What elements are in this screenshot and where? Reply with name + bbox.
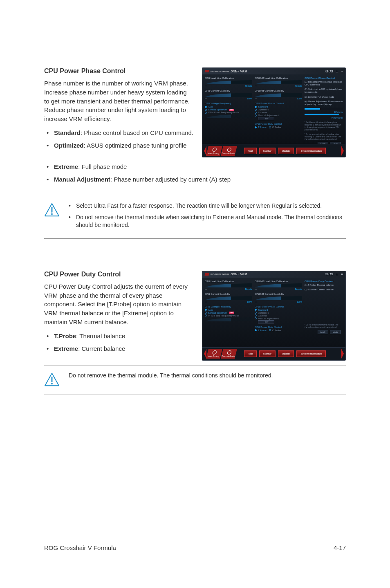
label-cpu-phase: CPU Power Phase Control [255, 305, 302, 308]
note-item: Do not remove the thermal module when sw… [69, 213, 343, 229]
minimize-icon[interactable]: ⊥ [336, 272, 338, 276]
right-item-4: (4) Manual Adjustment: Phase number adju… [305, 100, 343, 106]
radio-vrm-fixed[interactable]: VRM Fixed Frequency Mode [205, 314, 252, 317]
svg-point-5 [51, 383, 53, 384]
slider-val-reg2: Regular [295, 85, 302, 87]
right-item-3: (3) Extreme: Full phase mode [305, 96, 343, 99]
label-cpu-load: CPU Load Line Calibration [205, 280, 252, 283]
note-box-2: Do not remove the thermal module. The th… [44, 366, 346, 395]
label-cpu-phase: CPU Power Phase Control [255, 102, 302, 105]
note-box-1: Select Ultra Fast for a faster response.… [44, 196, 346, 239]
app-title: DIGI+ VRM [231, 273, 247, 276]
brand-text: /SUS [325, 70, 334, 73]
footer-bar: Auto Tuning Thermal Radar Tool Monitor U… [202, 144, 345, 157]
slider-cpu-current[interactable] [205, 93, 252, 97]
nav-right-icon[interactable] [341, 146, 344, 156]
radio-vrm-fixed[interactable]: VRM Fixed Frequency Mode [205, 111, 252, 114]
slider-val-100b: 100% [297, 97, 302, 100]
slider-val-regular: Regular [245, 85, 252, 87]
radio-extreme[interactable]: Extreme [255, 111, 302, 114]
radio-optimized[interactable]: Optimized [255, 312, 302, 314]
dropdown-fast[interactable]: Fast ▾ [258, 320, 274, 323]
right-footnote: * Do not remove the thermal module. The … [305, 324, 343, 329]
right-item-1: (1) Standard: Phase control based on CPU… [305, 81, 343, 86]
list-item: T.Probe: Thermal balance [54, 332, 346, 340]
slider-cpu-current[interactable] [205, 296, 252, 300]
radio-tprobe[interactable]: T.Probe [255, 126, 267, 128]
monitor-button[interactable]: Monitor [259, 148, 276, 154]
radio-auto[interactable]: Auto [205, 105, 252, 108]
update-button[interactable]: Update [278, 148, 294, 154]
label-cpu-duty: CPU Power Duty Control [255, 123, 302, 125]
label-cpunb-load: CPU/NB Load Line Calibration [255, 77, 302, 79]
right-item-1: (1) T.Probe: Thermal balance [305, 284, 343, 287]
tab-auto-tuning[interactable]: Auto Tuning [206, 146, 222, 156]
toggle-spread[interactable]: OFF [229, 312, 234, 314]
window-controls: /SUS ⊥ × [325, 272, 343, 276]
section2-intro: CPU Power Duty Control adjusts the curre… [44, 282, 191, 327]
radio-cprobe[interactable]: C.Probe [269, 126, 281, 128]
close-icon[interactable]: × [341, 70, 343, 73]
label-cpu-current: CPU Current Capability [205, 293, 252, 295]
label-cpu-voltage: CPU Voltage Frequency [205, 305, 252, 308]
titlebar: REPUBLIC OF GAMERS DIGI+ VRM /SUS ⊥ × [202, 68, 345, 74]
svg-point-2 [51, 213, 53, 215]
sysinfo-button[interactable]: System Information [296, 148, 326, 154]
section-duty-control: REPUBLIC OF GAMERS DIGI+ VRM /SUS ⊥ × CP… [44, 271, 346, 395]
right-panel-title: CPU Power Phase Control [305, 77, 343, 79]
label-cpunb-current: CPU/NB Current Capability [255, 90, 302, 92]
right-item-2: (2) Optimized: ASUS optimized phase tuni… [305, 88, 343, 94]
close-icon[interactable]: × [341, 272, 343, 276]
list-item: Standard: Phase control based on CPU com… [54, 128, 200, 137]
radio-auto[interactable]: Auto [205, 309, 252, 311]
list-item: Extreme: Full phase mode [54, 162, 346, 171]
logo-text: REPUBLIC OF GAMERS [211, 273, 229, 275]
label-cpu-load: CPU Load Line Calibration [205, 77, 252, 79]
label-cpu-duty: CPU Power Duty Control [255, 326, 302, 328]
slider-cpunb-load[interactable] [255, 283, 302, 287]
slider-val-100: 100% [247, 97, 252, 100]
caution-icon [44, 202, 60, 219]
section-phase-control: REPUBLIC OF GAMERS DIGI+ VRM /SUS ⊥ × CP… [44, 67, 346, 239]
slider-vrm-freq [205, 317, 252, 321]
page-footer: ROG Crosshair V Formula 4-17 [44, 544, 346, 551]
screenshot-phase: REPUBLIC OF GAMERS DIGI+ VRM /SUS ⊥ × CP… [202, 67, 346, 157]
radio-extreme[interactable]: Extreme [255, 314, 302, 317]
radio-standard[interactable]: Standard [255, 309, 302, 311]
radio-standard[interactable]: Standard [255, 105, 302, 108]
slider-cpu-load[interactable] [205, 283, 252, 287]
radio-manual[interactable]: Manual Adjustment [255, 114, 302, 117]
tab-thermal-radar[interactable]: Thermal Radar [221, 146, 237, 156]
app-logo: REPUBLIC OF GAMERS DIGI+ VRM [205, 70, 247, 73]
radio-optimized[interactable]: Optimized [255, 108, 302, 111]
bar-efficiency [305, 108, 343, 110]
right-item-2: (2) Extreme: Current balance [305, 288, 343, 291]
page-content: REPUBLIC OF GAMERS DIGI+ VRM /SUS ⊥ × CP… [0, 0, 390, 395]
dropdown-fast[interactable]: Fast ▾ [258, 117, 274, 120]
minimize-icon[interactable]: ⊥ [336, 70, 338, 73]
label-cpunb-load: CPU/NB Load Line Calibration [255, 280, 302, 283]
brand-text: /SUS [325, 272, 334, 276]
tool-button[interactable]: Tool [244, 148, 257, 154]
bar-performance [305, 113, 343, 116]
list-item: Optimized: ASUS optimized phase tuning p… [54, 141, 200, 150]
slider-cpunb-current[interactable] [255, 93, 302, 97]
logo-text: REPUBLIC OF GAMERS [211, 70, 229, 72]
slider-cpu-load[interactable] [205, 80, 252, 84]
right-footnote-2: * Do not remove the thermal module when … [305, 133, 343, 141]
radio-manual[interactable]: Manual Adjustment [255, 317, 302, 320]
slider-cpunb-current[interactable] [255, 296, 302, 300]
label-cpunb-current: CPU/NB Current Capability [255, 293, 302, 295]
radio-spread[interactable]: Spread SpectrumOFF [205, 108, 252, 111]
window-controls: /SUS ⊥ × [325, 70, 343, 73]
app-title: DIGI+ VRM [231, 70, 247, 73]
titlebar: REPUBLIC OF GAMERS DIGI+ VRM /SUS ⊥ × [202, 271, 345, 278]
section1-intro: Phase number is the number of working VR… [44, 79, 191, 123]
footer-left: ROG Crosshair V Formula [44, 544, 116, 551]
note-item: Select Ultra Fast for a faster response.… [69, 202, 343, 210]
list-item: Extreme: Current balance [54, 344, 346, 353]
radio-spread[interactable]: Spread SpectrumOFF [205, 312, 252, 314]
caution-icon [44, 372, 60, 389]
toggle-spread[interactable]: OFF [229, 109, 234, 111]
slider-cpunb-load[interactable] [255, 80, 302, 84]
